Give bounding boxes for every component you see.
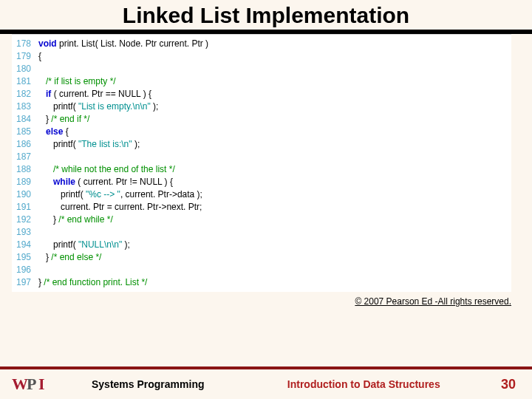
line-number: 189 (12, 176, 38, 188)
code-text (38, 63, 511, 75)
code-text: { (38, 50, 511, 63)
code-line: 184 } /* end if */ (12, 113, 511, 126)
line-number: 196 (12, 264, 38, 276)
code-line: 181 /* if list is empty */ (12, 75, 511, 88)
code-line: 186 printf( "The list is:\n" ); (12, 138, 511, 151)
code-line: 196 (12, 264, 511, 276)
code-text: } /* end if */ (38, 113, 511, 126)
title-bar: Linked List Implementation (0, 0, 532, 34)
code-text: /* if list is empty */ (38, 75, 511, 88)
line-number: 187 (12, 151, 38, 163)
code-text: current. Ptr = current. Ptr->next. Ptr; (38, 201, 511, 214)
line-number: 180 (12, 63, 38, 75)
code-text: printf( "List is empty.\n\n" ); (38, 100, 511, 113)
line-number: 178 (12, 38, 38, 50)
svg-text:I: I (38, 375, 45, 393)
code-line: 195 } /* end else */ (12, 251, 511, 264)
code-line: 192 } /* end while */ (12, 214, 511, 226)
svg-text:P: P (27, 375, 36, 393)
code-text: } /* end while */ (38, 214, 511, 226)
slide-title: Linked List Implementation (0, 0, 532, 30)
line-number: 188 (12, 163, 38, 176)
code-text: } /* end else */ (38, 251, 511, 264)
code-text: /* while not the end of the list */ (38, 163, 511, 176)
code-line: 191 current. Ptr = current. Ptr->next. P… (12, 201, 511, 214)
code-text: } /* end function print. List */ (38, 276, 511, 289)
line-number: 191 (12, 201, 38, 214)
svg-text:W: W (12, 375, 28, 393)
line-number: 193 (12, 226, 38, 239)
line-number: 179 (12, 50, 38, 63)
line-number: 197 (12, 276, 38, 289)
code-text: while ( current. Ptr != NULL ) { (38, 176, 511, 188)
line-number: 190 (12, 188, 38, 201)
footer-page-number: 30 (501, 377, 520, 392)
code-line: 185 else { (12, 126, 511, 138)
line-number: 183 (12, 100, 38, 113)
code-line: 193 (12, 226, 511, 239)
line-number: 184 (12, 113, 38, 126)
code-text (38, 151, 511, 163)
code-line: 197} /* end function print. List */ (12, 276, 511, 289)
footer-course: Systems Programming (92, 378, 205, 390)
line-number: 185 (12, 126, 38, 138)
code-text (38, 264, 511, 276)
line-number: 194 (12, 239, 38, 251)
code-line: 190 printf( "%c --> ", current. Ptr->dat… (12, 188, 511, 201)
code-listing: 178void print. List( List. Node. Ptr cur… (12, 34, 511, 292)
line-number: 195 (12, 251, 38, 264)
code-text: else { (38, 126, 511, 138)
code-line: 178void print. List( List. Node. Ptr cur… (12, 38, 511, 50)
code-text: printf( "The list is:\n" ); (38, 138, 511, 151)
line-number: 182 (12, 88, 38, 100)
line-number: 181 (12, 75, 38, 88)
copyright-notice: © 2007 Pearson Ed -All rights reserved. (0, 292, 532, 307)
line-number: 192 (12, 214, 38, 226)
wpi-logo: W P I (12, 375, 52, 394)
footer-bar: W P I Systems Programming Introduction t… (0, 366, 532, 399)
code-line: 187 (12, 151, 511, 163)
code-line: 182 if ( current. Ptr == NULL ) { (12, 88, 511, 100)
code-line: 189 while ( current. Ptr != NULL ) { (12, 176, 511, 188)
footer-topic: Introduction to Data Structures (205, 378, 501, 390)
code-line: 183 printf( "List is empty.\n\n" ); (12, 100, 511, 113)
code-text (38, 226, 511, 239)
code-text: printf( "%c --> ", current. Ptr->data ); (38, 188, 511, 201)
code-text: printf( "NULL\n\n" ); (38, 239, 511, 251)
code-line: 179{ (12, 50, 511, 63)
code-line: 180 (12, 63, 511, 75)
line-number: 186 (12, 138, 38, 151)
code-text: void print. List( List. Node. Ptr curren… (38, 38, 511, 50)
code-line: 188 /* while not the end of the list */ (12, 163, 511, 176)
code-line: 194 printf( "NULL\n\n" ); (12, 239, 511, 251)
code-text: if ( current. Ptr == NULL ) { (38, 88, 511, 100)
